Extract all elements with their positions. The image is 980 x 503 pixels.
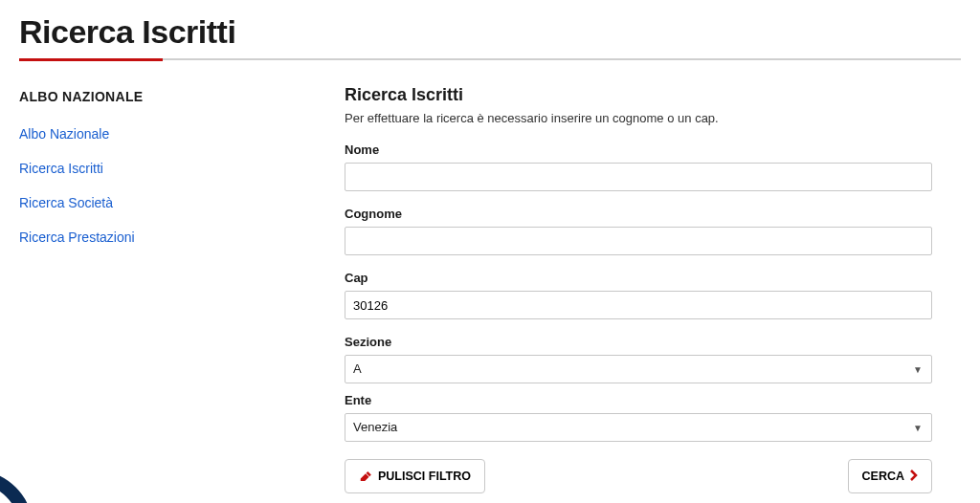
page-title: Ricerca Iscritti [19, 0, 961, 58]
search-button[interactable]: CERCA [848, 459, 932, 493]
sezione-label: Sezione [345, 335, 932, 349]
sidebar-item-ricerca-prestazioni[interactable]: Ricerca Prestazioni [19, 230, 135, 245]
sidebar-item-ricerca-societa[interactable]: Ricerca Società [19, 195, 113, 210]
sidebar: ALBO NAZIONALE Albo Nazionale Ricerca Is… [19, 85, 306, 503]
clear-filter-label: PULISCI FILTRO [378, 470, 471, 483]
nome-label: Nome [345, 142, 932, 157]
chevron-right-icon [910, 469, 918, 484]
ente-select[interactable]: Venezia [345, 413, 932, 442]
sidebar-item-albo-nazionale[interactable]: Albo Nazionale [19, 126, 109, 142]
nome-input[interactable] [345, 163, 932, 191]
cognome-label: Cognome [345, 207, 932, 221]
form-description: Per effettuare la ricerca è necessario i… [345, 111, 932, 125]
cap-input[interactable] [345, 291, 932, 319]
eraser-icon [359, 470, 372, 484]
sezione-select[interactable]: A [345, 355, 932, 383]
cognome-input[interactable] [345, 227, 932, 255]
cap-label: Cap [345, 271, 932, 285]
main-content: Ricerca Iscritti Per effettuare la ricer… [345, 85, 961, 503]
ente-label: Ente [345, 393, 932, 407]
sidebar-item-ricerca-iscritti[interactable]: Ricerca Iscritti [19, 161, 103, 176]
title-divider [19, 58, 961, 60]
search-button-label: CERCA [862, 470, 904, 483]
form-title: Ricerca Iscritti [345, 85, 932, 105]
clear-filter-button[interactable]: PULISCI FILTRO [345, 459, 485, 493]
sidebar-title: ALBO NAZIONALE [19, 89, 306, 104]
